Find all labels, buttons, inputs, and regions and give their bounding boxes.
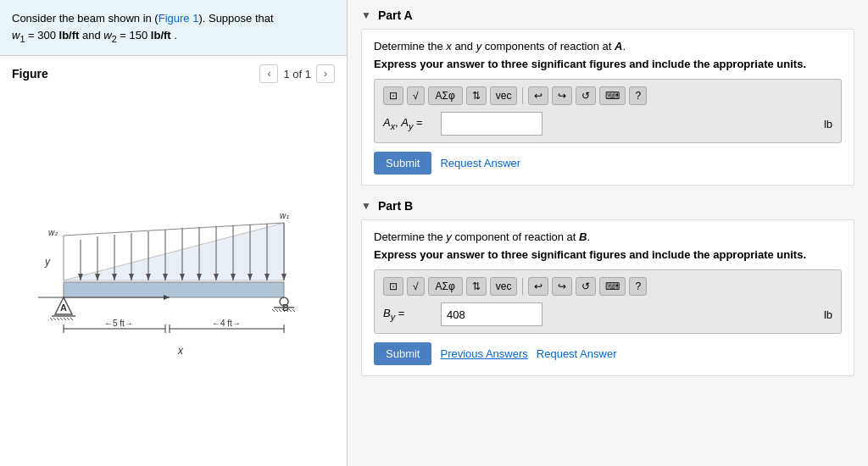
left-panel: Consider the beam shown in (Figure 1). S… — [0, 0, 348, 466]
figure-nav: ‹ 1 of 1 › — [259, 64, 335, 83]
prev-figure-button[interactable]: ‹ — [259, 64, 278, 83]
figure-area: Figure ‹ 1 of 1 › y x w₂ w₁ — [0, 56, 347, 466]
part-b-sigma-btn[interactable]: ΑΣφ — [428, 277, 463, 296]
keyboard-icon: ⌨ — [605, 90, 620, 102]
part-a-actions: Submit Request Answer — [374, 152, 842, 175]
svg-line-47 — [272, 309, 275, 312]
part-a-unit: lb — [824, 118, 832, 130]
part-a-undo-btn[interactable]: ↩ — [528, 86, 548, 105]
matrix-icon: ⊡ — [389, 90, 398, 102]
svg-line-37 — [50, 318, 53, 320]
part-a-description: Determine the x and y components of reac… — [374, 40, 842, 53]
figure-header: Figure ‹ 1 of 1 › — [12, 64, 335, 83]
part-a-input[interactable] — [441, 112, 542, 136]
part-a-help-btn[interactable]: ? — [629, 86, 647, 105]
toolbar-sep-1 — [522, 87, 523, 104]
part-a-instruction: Express your answer to three significant… — [374, 58, 842, 70]
part-b-title: Part B — [378, 199, 413, 213]
part-b-section: ▼ Part B Determine the y component of re… — [361, 199, 854, 376]
part-b-request-link[interactable]: Request Answer — [537, 347, 617, 360]
svg-line-53 — [292, 309, 295, 312]
part-a-collapse[interactable]: ▼ — [361, 9, 371, 21]
part-b-collapse[interactable]: ▼ — [361, 200, 371, 212]
part-a-header: ▼ Part A — [361, 8, 854, 22]
part-b-sqrt-btn[interactable]: √ — [407, 277, 425, 296]
part-b-input[interactable] — [441, 302, 542, 326]
part-b-undo-icon: ↩ — [534, 280, 542, 292]
part-a-vec-btn[interactable]: vec — [490, 86, 518, 105]
part-a-sigma-btn[interactable]: ΑΣφ — [428, 86, 463, 105]
part-b-header: ▼ Part B — [361, 199, 854, 213]
svg-rect-2 — [64, 282, 284, 297]
part-b-help-btn[interactable]: ? — [629, 277, 647, 296]
part-b-help-label: ? — [635, 280, 641, 292]
part-b-vec-label: vec — [496, 280, 512, 292]
figure-label: Figure — [12, 67, 48, 80]
part-b-content: Determine the y component of reaction at… — [361, 219, 854, 376]
svg-line-43 — [70, 318, 73, 320]
sqrt-icon: √ — [413, 90, 419, 102]
part-a-redo-btn[interactable]: ↪ — [552, 86, 572, 105]
part-b-input-row: By = lb — [383, 302, 832, 326]
svg-text:w₁: w₁ — [280, 211, 289, 220]
figure-link[interactable]: Figure 1 — [159, 12, 199, 25]
svg-line-38 — [53, 318, 56, 320]
part-b-toolbar: ⊡ √ ΑΣφ ⇅ vec ↩ — [383, 277, 832, 296]
part-b-keyboard-icon: ⌨ — [605, 280, 620, 292]
part-b-redo-icon: ↪ — [558, 280, 566, 292]
refresh-icon: ↺ — [581, 90, 590, 102]
part-a-input-row: Ax, Ay = lb — [383, 112, 832, 136]
help-label: ? — [635, 90, 641, 102]
part-a-submit-btn[interactable]: Submit — [374, 152, 431, 175]
part-b-redo-btn[interactable]: ↪ — [552, 277, 572, 296]
figure-svg: y x w₂ w₁ — [12, 90, 335, 458]
part-b-undo-btn[interactable]: ↩ — [528, 277, 548, 296]
next-figure-button[interactable]: › — [316, 64, 335, 83]
part-b-answer-box: ⊡ √ ΑΣφ ⇅ vec ↩ — [374, 269, 842, 334]
part-a-answer-box: ⊡ √ ΑΣφ ⇅ vec ↩ — [374, 79, 842, 143]
part-b-sigma-label: ΑΣφ — [436, 280, 455, 292]
part-b-keyboard-btn[interactable]: ⌨ — [599, 277, 626, 296]
svg-text:←5 ft→: ←5 ft→ — [104, 319, 133, 328]
redo-icon: ↪ — [558, 90, 566, 102]
part-a-title: Part A — [378, 8, 413, 22]
part-a-keyboard-btn[interactable]: ⌨ — [599, 86, 626, 105]
part-a-refresh-btn[interactable]: ↺ — [576, 86, 596, 105]
svg-text:w₂: w₂ — [48, 228, 58, 237]
part-b-arrows-btn[interactable]: ⇅ — [466, 277, 487, 296]
svg-line-42 — [67, 318, 70, 320]
part-b-refresh-icon: ↺ — [581, 280, 590, 292]
sigma-label: ΑΣφ — [436, 90, 455, 102]
undo-icon: ↩ — [534, 90, 542, 102]
svg-marker-5 — [64, 223, 284, 280]
part-b-previous-link[interactable]: Previous Answers — [440, 347, 527, 360]
svg-text:←4 ft→: ←4 ft→ — [212, 319, 241, 328]
part-b-refresh-btn[interactable]: ↺ — [576, 277, 596, 296]
part-b-input-label: By = — [383, 307, 434, 322]
part-a-input-label: Ax, Ay = — [383, 116, 434, 131]
part-b-vec-btn[interactable]: vec — [490, 277, 518, 296]
part-b-submit-btn[interactable]: Submit — [374, 342, 431, 365]
part-a-arrows-btn[interactable]: ⇅ — [466, 86, 487, 105]
part-b-actions: Submit Previous Answers Request Answer — [374, 342, 842, 365]
svg-text:x: x — [177, 345, 184, 357]
part-a-section: ▼ Part A Determine the x and y component… — [361, 8, 854, 186]
part-a-toolbar: ⊡ √ ΑΣφ ⇅ vec ↩ — [383, 86, 832, 105]
part-b-toolbar-sep — [522, 278, 523, 295]
part-a-matrix-btn[interactable]: ⊡ — [383, 86, 403, 105]
part-a-request-link[interactable]: Request Answer — [440, 157, 520, 169]
part-b-unit: lb — [824, 308, 832, 321]
svg-text:y: y — [44, 256, 51, 268]
svg-line-40 — [60, 318, 63, 320]
part-b-matrix-btn[interactable]: ⊡ — [383, 277, 403, 296]
problem-text: Consider the beam shown in (Figure 1). S… — [0, 0, 347, 56]
arrows-icon: ⇅ — [472, 90, 481, 102]
svg-line-49 — [279, 309, 281, 312]
part-a-sqrt-btn[interactable]: √ — [407, 86, 425, 105]
svg-line-48 — [275, 309, 278, 312]
svg-line-52 — [289, 309, 292, 312]
part-a-content: Determine the x and y components of reac… — [361, 29, 854, 186]
svg-text:A: A — [60, 302, 67, 313]
svg-line-39 — [57, 318, 59, 320]
part-b-matrix-icon: ⊡ — [389, 280, 398, 292]
